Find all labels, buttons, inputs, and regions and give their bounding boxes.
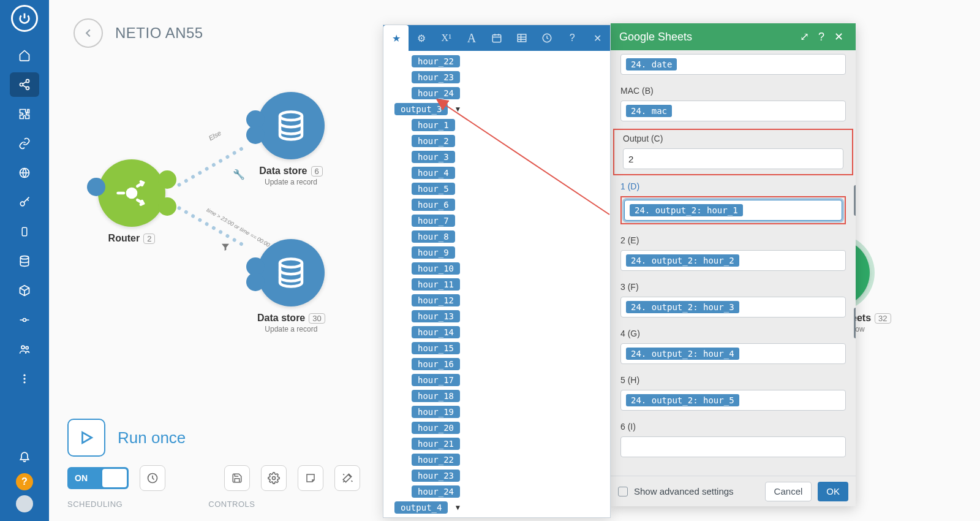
mapping-group[interactable]: output_3 <box>394 103 448 115</box>
mapping-pill[interactable]: hour_11 <box>412 278 460 291</box>
advanced-settings-checkbox[interactable] <box>618 487 628 496</box>
svg-point-4 <box>20 202 24 206</box>
nav-puzzle[interactable] <box>10 102 39 126</box>
mapping-pill[interactable]: hour_22 <box>412 454 460 466</box>
node-datastore-2[interactable]: Data store30 Update a record <box>257 239 325 333</box>
cancel-button[interactable]: Cancel <box>765 482 812 501</box>
field-input[interactable]: 24. mac <box>620 101 846 121</box>
tab-math-icon[interactable]: X¹ <box>434 25 459 51</box>
node-router[interactable]: Router2 <box>98 159 165 244</box>
edge-label: Else <box>207 129 222 142</box>
chevron-down-icon[interactable]: ▼ <box>454 105 461 113</box>
mapping-pill[interactable]: hour_18 <box>412 390 460 402</box>
nav-device[interactable] <box>10 219 39 244</box>
nav-help-icon[interactable]: ? <box>16 473 33 490</box>
tab-text-icon[interactable]: A <box>459 25 484 51</box>
node-datastore-1[interactable]: Data store6 Update a record <box>257 92 325 186</box>
scenario-canvas[interactable]: NETIO AN55 Router2 Else time > 23:00 or … <box>49 0 980 521</box>
nav-share[interactable] <box>10 72 39 97</box>
scroll-handle[interactable] <box>854 308 856 338</box>
mapping-pill[interactable]: hour_24 <box>412 87 460 99</box>
mapping-pill[interactable]: hour_1 <box>412 119 455 131</box>
mapping-pill[interactable]: hour_13 <box>412 310 460 322</box>
mapping-list[interactable]: hour_22hour_23hour_24output_3▼hour_1hour… <box>383 51 610 517</box>
filter-icon[interactable] <box>221 242 230 252</box>
settings-button[interactable] <box>261 465 287 491</box>
mapping-pill[interactable]: hour_24 <box>412 485 460 498</box>
tab-help-icon[interactable]: ? <box>560 25 585 51</box>
svg-point-12 <box>23 381 25 383</box>
field-input[interactable]: 2 <box>623 148 843 169</box>
mapping-pill[interactable]: hour_22 <box>412 55 460 67</box>
run-once-button[interactable] <box>67 419 105 457</box>
field-input[interactable]: 24. output_2: hour_5 <box>620 390 846 411</box>
mapping-pill[interactable]: hour_8 <box>412 230 455 243</box>
field-input[interactable]: 24. output_2: hour_4 <box>620 343 846 364</box>
nav-notifications[interactable] <box>10 444 39 468</box>
mapping-pill[interactable]: hour_4 <box>412 167 455 179</box>
mapping-pill[interactable]: hour_12 <box>412 294 460 306</box>
tab-table-icon[interactable] <box>510 25 535 51</box>
config-body[interactable]: 24. dateMAC (B)24. macOutput (C)21 (D)24… <box>611 50 856 476</box>
field-input[interactable]: 24. output_2: hour_1 <box>624 200 842 221</box>
tab-close-icon[interactable]: ✕ <box>585 25 610 51</box>
svg-point-6 <box>20 256 28 259</box>
field-input[interactable]: 24. date <box>620 54 846 75</box>
mapping-pill[interactable]: hour_23 <box>412 470 460 482</box>
nav-more[interactable] <box>10 367 39 391</box>
tab-gear-icon[interactable]: ⚙ <box>409 25 434 51</box>
advanced-settings-label: Show advanced settings <box>634 486 759 496</box>
mapping-pill[interactable]: hour_23 <box>412 71 460 83</box>
back-button[interactable] <box>74 18 103 48</box>
nav-home[interactable] <box>10 43 39 67</box>
svg-point-9 <box>26 346 28 349</box>
field-input[interactable] <box>620 436 846 457</box>
nav-database[interactable] <box>10 249 39 273</box>
mapping-group[interactable]: output_4 <box>394 501 448 514</box>
mapping-pill[interactable]: hour_14 <box>412 326 460 338</box>
scheduling-toggle[interactable]: ON <box>67 467 129 489</box>
help-icon[interactable]: ? <box>813 31 830 44</box>
mapping-pill[interactable]: hour_6 <box>412 199 455 211</box>
mapping-pill[interactable]: hour_5 <box>412 183 455 195</box>
magic-button[interactable] <box>334 465 360 491</box>
notes-button[interactable] <box>298 465 323 491</box>
mapping-pill[interactable]: hour_20 <box>412 422 460 434</box>
mapping-pill[interactable]: hour_9 <box>412 246 455 259</box>
mapping-pill[interactable]: hour_10 <box>412 262 460 275</box>
mapping-pill[interactable]: hour_16 <box>412 358 460 370</box>
user-avatar[interactable] <box>16 495 33 512</box>
mapping-pill[interactable]: hour_21 <box>412 438 460 450</box>
save-button[interactable] <box>224 465 250 491</box>
tab-calendar-icon[interactable] <box>484 25 509 51</box>
output-port-icon <box>158 170 176 189</box>
nav-commit[interactable] <box>10 308 39 332</box>
field-label: MAC (B) <box>620 86 846 96</box>
ok-button[interactable]: OK <box>818 482 848 501</box>
mapping-chip: 24. output_2: hour_2 <box>626 254 739 267</box>
nav-users[interactable] <box>10 337 39 362</box>
mapping-pill[interactable]: hour_19 <box>412 406 460 418</box>
tab-star-icon[interactable]: ★ <box>383 25 409 51</box>
mapping-pill[interactable]: hour_2 <box>412 135 455 147</box>
nav-globe[interactable] <box>10 161 39 185</box>
field-input[interactable]: 24. output_2: hour_2 <box>620 250 846 271</box>
mapping-pill[interactable]: hour_15 <box>412 342 460 354</box>
wrench-icon[interactable]: 🔧 <box>233 169 245 180</box>
node-label: Data store <box>259 165 307 177</box>
schedule-settings-button[interactable] <box>140 465 165 491</box>
chevron-down-icon[interactable]: ▼ <box>454 503 461 512</box>
scroll-handle[interactable] <box>854 185 856 216</box>
nav-cube[interactable] <box>10 278 39 303</box>
expand-icon[interactable]: ⤢ <box>796 30 813 44</box>
section-label: SCHEDULING <box>67 500 123 509</box>
mapping-pill[interactable]: hour_7 <box>412 215 455 227</box>
tab-clock-icon[interactable] <box>535 25 560 51</box>
nav-key[interactable] <box>10 190 39 215</box>
mapping-pill[interactable]: hour_17 <box>412 374 460 386</box>
node-subtitle: Update a record <box>257 325 325 333</box>
field-input[interactable]: 24. output_2: hour_3 <box>620 297 846 318</box>
close-icon[interactable]: ✕ <box>830 30 847 44</box>
mapping-pill[interactable]: hour_3 <box>412 151 455 163</box>
nav-link[interactable] <box>10 131 39 156</box>
